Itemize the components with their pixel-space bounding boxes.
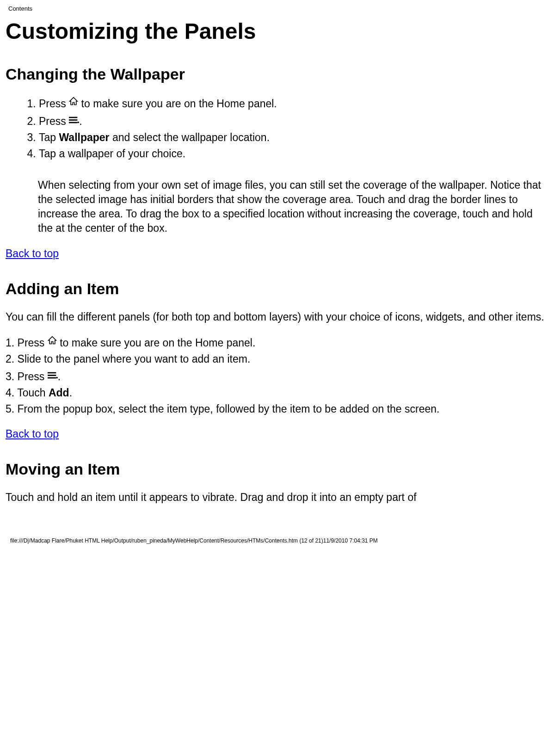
footer-path: file:///D|/Madcap Flare/Phuket HTML Help… [10, 537, 554, 544]
step-text: 3. Press [6, 370, 48, 383]
step-text: and select the wallpaper location. [110, 131, 270, 143]
bold-wallpaper: Wallpaper [59, 131, 109, 143]
svg-rect-0 [69, 117, 77, 118]
add-step-3: 3. Press . [6, 368, 554, 384]
step-text: to make sure you are on the Home panel. [78, 98, 277, 110]
step-text: . [79, 115, 82, 127]
section-adding-item-heading: Adding an Item [6, 278, 554, 300]
menu-icon [48, 368, 58, 383]
adding-item-intro: You can fill the different panels (for b… [6, 310, 554, 324]
wallpaper-step-1: Press to make sure you are on the Home p… [39, 95, 554, 111]
add-step-4: 4. Touch Add. [6, 386, 554, 400]
step-text: . [69, 387, 72, 399]
back-to-top-link[interactable]: Back to top [6, 247, 59, 259]
section-moving-item-heading: Moving an Item [6, 459, 554, 480]
moving-item-text: Touch and hold an item until it appears … [6, 490, 554, 505]
svg-rect-5 [48, 375, 56, 376]
bold-add: Add [49, 387, 69, 399]
step-text: to make sure you are on the Home panel. [57, 337, 256, 349]
step-text: Press [39, 98, 69, 110]
step-text: Press [39, 115, 69, 127]
wallpaper-steps-list: Press to make sure you are on the Home p… [6, 95, 554, 161]
add-step-1: 1. Press to make sure you are on the Hom… [6, 334, 554, 350]
svg-rect-2 [69, 122, 77, 123]
add-step-5: 5. From the popup box, select the item t… [6, 402, 554, 416]
svg-rect-6 [48, 377, 56, 378]
page-title: Customizing the Panels [6, 17, 554, 47]
add-step-2: 2. Slide to the panel where you want to … [6, 352, 554, 366]
home-icon [69, 95, 78, 110]
back-to-top-link[interactable]: Back to top [6, 428, 59, 440]
wallpaper-step-2: Press . [39, 113, 554, 129]
menu-icon [69, 113, 79, 127]
section-changing-wallpaper-heading: Changing the Wallpaper [6, 64, 554, 85]
svg-rect-1 [69, 119, 77, 121]
step-text: . [58, 370, 61, 383]
step-text: Tap [39, 131, 59, 143]
svg-rect-4 [48, 372, 56, 373]
header-contents-label: Contents [8, 5, 554, 13]
wallpaper-step-3: Tap Wallpaper and select the wallpaper l… [39, 130, 554, 145]
wallpaper-note: When selecting from your own set of imag… [38, 178, 547, 235]
wallpaper-step-4: Tap a wallpaper of your choice. [39, 147, 554, 161]
home-icon [48, 334, 57, 349]
step-text: 1. Press [6, 337, 48, 349]
step-text: 4. Touch [6, 387, 49, 399]
